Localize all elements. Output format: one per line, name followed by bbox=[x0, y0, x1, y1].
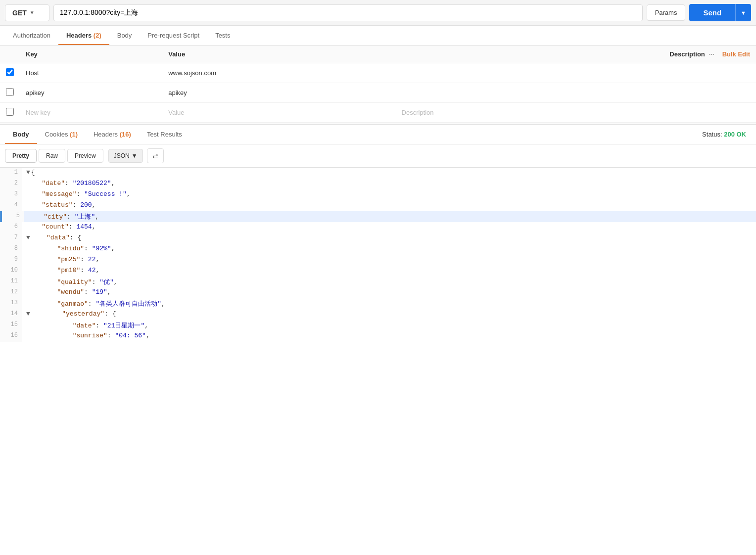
new-key-cell[interactable]: New key bbox=[20, 103, 162, 123]
tab-headers[interactable]: Headers (2) bbox=[58, 26, 109, 45]
code-line: 4 "status": 200, bbox=[0, 200, 756, 211]
response-tabs: Body Cookies (1) Headers (16) Test Resul… bbox=[0, 124, 756, 144]
description-col-header: Description ··· Bulk Edit bbox=[396, 46, 756, 63]
request-tabs: Authorization Headers (2) Body Pre-reque… bbox=[0, 26, 756, 46]
row2-description[interactable] bbox=[396, 83, 756, 103]
row1-key[interactable]: Host bbox=[20, 63, 162, 83]
url-input[interactable] bbox=[53, 4, 643, 21]
code-line: 14▼ "yesterday": { bbox=[0, 309, 756, 320]
row2-checkbox-cell bbox=[0, 83, 20, 103]
status-value: 200 OK bbox=[724, 131, 746, 138]
method-button[interactable]: GET ▼ bbox=[5, 4, 49, 21]
send-button[interactable]: Send bbox=[689, 4, 735, 21]
row1-value[interactable]: www.sojson.com bbox=[162, 63, 395, 83]
params-button[interactable]: Params bbox=[647, 4, 686, 21]
code-line: 7▼ "data": { bbox=[0, 233, 756, 244]
code-line: 12 "wendu": "19", bbox=[0, 287, 756, 298]
checkbox-col-header bbox=[0, 46, 20, 63]
row2-key[interactable]: apikey bbox=[20, 83, 162, 103]
code-line: 6 "count": 1454, bbox=[0, 222, 756, 233]
row1-checkbox[interactable] bbox=[6, 68, 14, 76]
tab-authorization[interactable]: Authorization bbox=[5, 26, 58, 45]
send-dropdown-button[interactable]: ▼ bbox=[735, 4, 751, 21]
code-line: 15 "date": "21日星期一", bbox=[0, 320, 756, 331]
fold-arrow[interactable]: ▼ bbox=[26, 234, 30, 241]
code-line: 16 "sunrise": "04: 56", bbox=[0, 331, 756, 342]
more-options-icon[interactable]: ··· bbox=[709, 50, 714, 58]
new-header-row: New key Value Description bbox=[0, 103, 756, 123]
code-line: 5 "city": "上海", bbox=[0, 211, 756, 222]
new-row-checkbox[interactable] bbox=[6, 108, 14, 116]
code-view: 1▼{2 "date": "20180522",3 "message": "Su… bbox=[0, 168, 756, 342]
code-line: 1▼{ bbox=[0, 168, 756, 179]
headers-table: Key Value Description ··· Bulk Edit Host bbox=[0, 46, 756, 123]
tab-body[interactable]: Body bbox=[109, 26, 140, 45]
new-description-cell[interactable]: Description bbox=[396, 103, 756, 123]
pretty-button[interactable]: Pretty bbox=[5, 149, 37, 163]
row1-description[interactable] bbox=[396, 63, 756, 83]
key-col-header: Key bbox=[20, 46, 162, 63]
format-select[interactable]: JSON ▼ bbox=[108, 149, 143, 163]
preview-button[interactable]: Preview bbox=[67, 149, 103, 163]
tab-tests[interactable]: Tests bbox=[207, 26, 238, 45]
headers-section: Key Value Description ··· Bulk Edit Host bbox=[0, 46, 756, 123]
value-col-header: Value bbox=[162, 46, 395, 63]
send-button-group: Send ▼ bbox=[689, 4, 751, 21]
table-row: Host www.sojson.com bbox=[0, 63, 756, 83]
response-tab-cookies[interactable]: Cookies (1) bbox=[37, 125, 86, 144]
code-line: 10 "pm10": 42, bbox=[0, 266, 756, 277]
method-label: GET bbox=[12, 9, 27, 17]
row2-checkbox[interactable] bbox=[6, 88, 14, 96]
bulk-edit-link[interactable]: Bulk Edit bbox=[722, 50, 750, 58]
new-row-checkbox-cell bbox=[0, 103, 20, 123]
row2-value[interactable]: apikey bbox=[162, 83, 395, 103]
wrap-button[interactable]: ⇄ bbox=[147, 148, 164, 163]
code-toolbar: Pretty Raw Preview JSON ▼ ⇄ bbox=[0, 144, 756, 168]
response-tab-test-results[interactable]: Test Results bbox=[139, 125, 190, 144]
code-line: 3 "message": "Success !", bbox=[0, 189, 756, 200]
table-row: apikey apikey bbox=[0, 83, 756, 103]
method-chevron-icon: ▼ bbox=[30, 10, 35, 15]
code-line: 2 "date": "20180522", bbox=[0, 179, 756, 189]
top-bar: GET ▼ Params Send ▼ bbox=[0, 0, 756, 26]
tab-prerequest[interactable]: Pre-request Script bbox=[140, 26, 207, 45]
row1-checkbox-cell bbox=[0, 63, 20, 83]
response-tab-body[interactable]: Body bbox=[5, 125, 37, 144]
status-info: Status: 200 OK bbox=[702, 131, 751, 138]
code-line: 13 "ganmao": "各类人群可自由活动", bbox=[0, 298, 756, 309]
fold-arrow[interactable]: ▼ bbox=[26, 169, 30, 176]
code-line: 11 "quality": "优", bbox=[0, 277, 756, 287]
new-value-cell[interactable]: Value bbox=[162, 103, 395, 123]
format-chevron-icon: ▼ bbox=[132, 152, 138, 159]
code-line: 8 "shidu": "92%", bbox=[0, 244, 756, 255]
response-tab-headers[interactable]: Headers (16) bbox=[86, 125, 139, 144]
raw-button[interactable]: Raw bbox=[39, 149, 65, 163]
fold-arrow[interactable]: ▼ bbox=[26, 310, 30, 318]
code-line: 9 "pm25": 22, bbox=[0, 255, 756, 266]
